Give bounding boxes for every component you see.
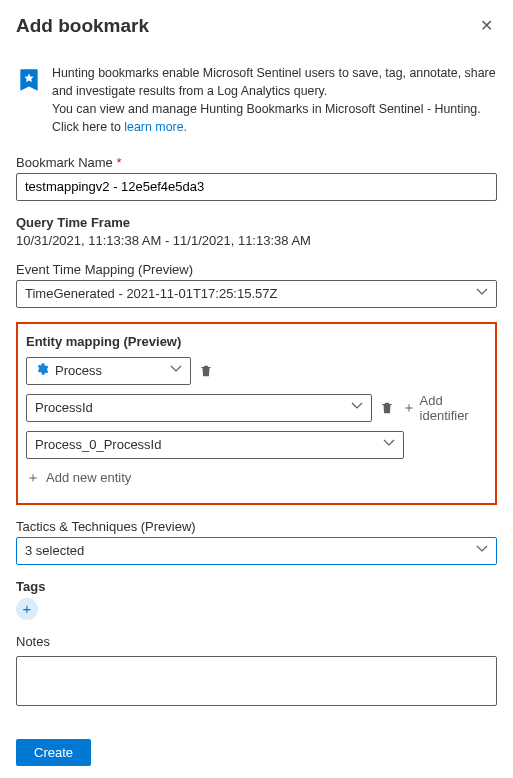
identifier-value-value: Process_0_ProcessId [35,437,161,452]
info-banner: Hunting bookmarks enable Microsoft Senti… [16,65,497,137]
entity-type-value: Process [55,363,102,378]
entity-mapping-label: Entity mapping (Preview) [26,334,487,349]
notes-label: Notes [16,634,497,649]
learn-more-link[interactable]: learn more. [124,120,187,134]
chevron-down-icon [476,286,488,301]
delete-entity-icon[interactable] [199,364,213,378]
add-new-entity-label: Add new entity [46,470,131,485]
notes-input[interactable] [16,656,497,706]
add-tag-button[interactable]: + [16,598,38,620]
event-time-label: Event Time Mapping (Preview) [16,262,497,277]
page-title: Add bookmark [16,15,149,37]
plus-icon: + [23,600,32,617]
tactics-value: 3 selected [25,543,84,558]
event-time-dropdown[interactable]: TimeGenerated - 2021-11-01T17:25:15.57Z [16,280,497,308]
entity-mapping-section: Entity mapping (Preview) Process Process… [16,322,497,505]
chevron-down-icon [351,400,363,415]
chevron-down-icon [383,437,395,452]
plus-icon: ＋ [26,469,40,487]
create-button[interactable]: Create [16,739,91,766]
info-line1: Hunting bookmarks enable Microsoft Senti… [52,66,496,98]
add-identifier-label: Add identifier [420,393,487,423]
tags-label: Tags [16,579,497,594]
identifier-field-value: ProcessId [35,400,93,415]
tactics-label: Tactics & Techniques (Preview) [16,519,497,534]
chevron-down-icon [476,543,488,558]
info-text: Hunting bookmarks enable Microsoft Senti… [52,65,497,137]
chevron-down-icon [170,363,182,378]
query-time-label: Query Time Frame [16,215,497,230]
plus-icon: ＋ [402,399,416,417]
entity-type-dropdown[interactable]: Process [26,357,191,385]
info-line2: You can view and manage Hunting Bookmark… [52,102,481,134]
event-time-value: TimeGenerated - 2021-11-01T17:25:15.57Z [25,286,277,301]
add-new-entity-button[interactable]: ＋ Add new entity [26,469,487,487]
identifier-value-dropdown[interactable]: Process_0_ProcessId [26,431,404,459]
bookmark-star-icon [16,67,42,137]
bookmark-name-label: Bookmark Name * [16,155,497,170]
delete-identifier-icon[interactable] [380,401,394,415]
add-identifier-button[interactable]: ＋ Add identifier [402,393,487,423]
close-icon[interactable]: ✕ [476,14,497,37]
identifier-field-dropdown[interactable]: ProcessId [26,394,372,422]
tactics-dropdown[interactable]: 3 selected [16,537,497,565]
gear-icon [35,362,49,379]
query-time-value: 10/31/2021, 11:13:38 AM - 11/1/2021, 11:… [16,233,497,248]
bookmark-name-input[interactable] [16,173,497,201]
